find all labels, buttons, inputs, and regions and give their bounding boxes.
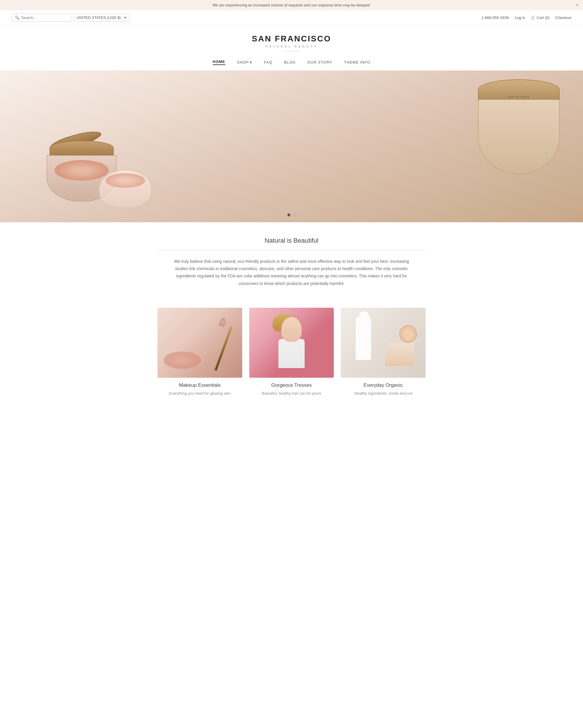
phone-number: 1-888-555-SKIN (481, 16, 509, 20)
makeup-illustration (158, 308, 242, 378)
cart-icon: 🛒 (531, 16, 535, 20)
milk-bottle (355, 316, 371, 360)
jar-brand-label: nude by nature (508, 95, 530, 98)
nav-item-themeinfo[interactable]: THEME INFO (344, 60, 370, 64)
feature-title-organic: Everyday Organic (363, 382, 403, 388)
feature-desc-hair: Beautiful, healthy hair can be yours (262, 391, 321, 397)
jar-cap: nude by nature (478, 79, 560, 100)
hero-section: nude by nature (0, 71, 583, 222)
blush-circle (163, 352, 201, 369)
login-link[interactable]: Log in (515, 16, 525, 20)
hero-jar-small (99, 170, 151, 208)
jar-small-body (99, 170, 151, 208)
cart-link[interactable]: 🛒 Cart (0) (531, 16, 550, 20)
slider-dot-2[interactable] (293, 213, 296, 216)
logo-title[interactable]: SAN FRANCISCO (6, 34, 577, 44)
organic-illustration (341, 308, 425, 378)
feature-card-organic[interactable]: Everyday Organic Healthy ingredients, in… (341, 308, 425, 397)
country-selector[interactable]: UNITED STATES (USD $) (74, 14, 130, 22)
nav-item-home[interactable]: HOME (213, 59, 225, 65)
feature-card-makeup[interactable]: Makeup Essentials Everything you need fo… (158, 308, 242, 397)
search-box[interactable]: 🔍 (12, 14, 71, 22)
feature-desc-makeup: Everything you need for glowing skin (169, 391, 230, 397)
announcement-bar: We are experiencing an increased volume … (0, 0, 583, 10)
top-bar-right: 1-888-555-SKIN Log in 🛒 Cart (0) Checkou… (481, 16, 571, 20)
logo-section: SAN FRANCISCO NATURAL BEAUTY (0, 25, 583, 54)
top-bar: 🔍 UNITED STATES (USD $) 1-888-555-SKIN L… (0, 10, 583, 25)
hair-illustration (249, 308, 334, 378)
about-body: We truly believe that using natural, eco… (172, 258, 411, 287)
slider-dot-1[interactable] (287, 213, 290, 216)
nav-item-ourstory[interactable]: OUR STORY (307, 60, 332, 64)
hero-slider-dots (287, 213, 296, 216)
hero-jar-large: nude by nature (478, 79, 560, 173)
feature-title-hair: Gorgeous Tresses (271, 382, 312, 388)
main-nav: HOME SHOP ▾ FAQ BLOG OUR STORY THEME INF… (0, 54, 583, 71)
announcement-close-button[interactable]: × (576, 3, 578, 7)
about-section: Natural is Beautiful We truly believe th… (151, 222, 432, 296)
nav-item-blog[interactable]: BLOG (284, 60, 296, 64)
feature-image-organic (341, 308, 425, 378)
top-bar-left: 🔍 UNITED STATES (USD $) (12, 14, 130, 22)
nav-item-shop[interactable]: SHOP ▾ (237, 60, 252, 64)
logo-divider (283, 51, 300, 51)
nav-item-faq[interactable]: FAQ (264, 60, 272, 64)
cake-piece (385, 343, 414, 366)
person-silhouette (249, 308, 334, 378)
feature-card-hair[interactable]: Gorgeous Tresses Beautiful, healthy hair… (249, 308, 334, 397)
announcement-text: We are experiencing an increased volume … (213, 3, 370, 7)
jar-lid (50, 140, 114, 155)
about-divider (158, 250, 425, 251)
jar-body (478, 100, 560, 174)
chevron-down-icon: ▾ (250, 60, 252, 64)
search-input[interactable] (21, 16, 68, 20)
jar-small-powder (106, 173, 145, 188)
feature-desc-organic: Healthy ingredients, inside and out (354, 391, 412, 397)
hero-art: nude by nature (0, 71, 583, 222)
search-icon: 🔍 (15, 16, 20, 20)
cart-label: Cart (0) (537, 16, 550, 20)
logo-subtitle: NATURAL BEAUTY (6, 45, 577, 48)
feature-title-makeup: Makeup Essentials (179, 382, 221, 388)
brush-head (218, 317, 227, 327)
feature-image-hair (249, 308, 334, 378)
feature-image-makeup (158, 308, 242, 378)
feature-cards: Makeup Essentials Everything you need fo… (151, 308, 432, 397)
checkout-link[interactable]: Checkout (555, 16, 571, 20)
about-title: Natural is Beautiful (158, 237, 425, 244)
brush-handle (215, 326, 232, 371)
